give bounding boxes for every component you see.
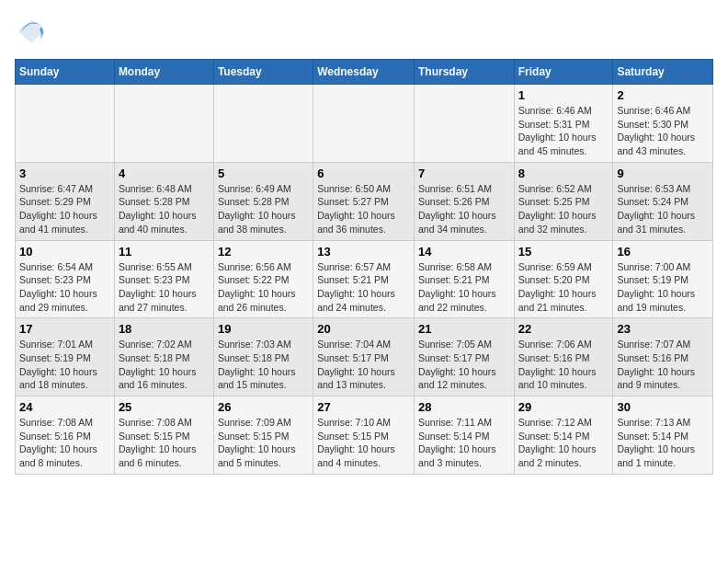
calendar-table: SundayMondayTuesdayWednesdayThursdayFrid… bbox=[15, 59, 713, 475]
calendar-cell bbox=[213, 85, 313, 163]
calendar-cell: 12Sunrise: 6:56 AM Sunset: 5:22 PM Dayli… bbox=[213, 240, 313, 318]
calendar-cell: 5Sunrise: 6:49 AM Sunset: 5:28 PM Daylig… bbox=[213, 162, 313, 240]
day-info: Sunrise: 7:01 AM Sunset: 5:19 PM Dayligh… bbox=[19, 338, 110, 392]
calendar-cell bbox=[114, 85, 213, 163]
day-number: 25 bbox=[119, 400, 210, 414]
calendar-cell bbox=[313, 85, 415, 163]
day-info: Sunrise: 7:08 AM Sunset: 5:16 PM Dayligh… bbox=[19, 416, 110, 470]
header-friday: Friday bbox=[514, 60, 613, 85]
calendar-cell: 30Sunrise: 7:13 AM Sunset: 5:14 PM Dayli… bbox=[613, 396, 713, 475]
day-info: Sunrise: 6:52 AM Sunset: 5:25 PM Dayligh… bbox=[518, 182, 609, 236]
day-info: Sunrise: 6:59 AM Sunset: 5:20 PM Dayligh… bbox=[518, 260, 609, 315]
day-number: 6 bbox=[317, 167, 410, 180]
day-info: Sunrise: 6:46 AM Sunset: 5:30 PM Dayligh… bbox=[617, 104, 709, 158]
day-info: Sunrise: 7:05 AM Sunset: 5:17 PM Dayligh… bbox=[418, 338, 510, 392]
day-number: 20 bbox=[317, 322, 410, 336]
calendar-cell: 28Sunrise: 7:11 AM Sunset: 5:14 PM Dayli… bbox=[414, 396, 514, 475]
day-number: 16 bbox=[617, 245, 709, 259]
calendar-cell: 19Sunrise: 7:03 AM Sunset: 5:18 PM Dayli… bbox=[213, 318, 313, 396]
day-number: 22 bbox=[518, 322, 609, 336]
calendar-cell: 8Sunrise: 6:52 AM Sunset: 5:25 PM Daylig… bbox=[514, 162, 613, 240]
header-thursday: Thursday bbox=[414, 60, 514, 85]
day-info: Sunrise: 7:13 AM Sunset: 5:14 PM Dayligh… bbox=[617, 416, 709, 470]
calendar-cell: 23Sunrise: 7:07 AM Sunset: 5:16 PM Dayli… bbox=[613, 318, 713, 396]
calendar-header-row: SundayMondayTuesdayWednesdayThursdayFrid… bbox=[16, 60, 713, 85]
day-number: 24 bbox=[19, 400, 110, 414]
calendar-cell: 3Sunrise: 6:47 AM Sunset: 5:29 PM Daylig… bbox=[16, 162, 115, 240]
day-info: Sunrise: 6:55 AM Sunset: 5:23 PM Dayligh… bbox=[119, 260, 210, 315]
day-number: 9 bbox=[617, 167, 709, 180]
day-info: Sunrise: 6:46 AM Sunset: 5:31 PM Dayligh… bbox=[518, 104, 609, 158]
day-number: 12 bbox=[218, 245, 309, 259]
day-info: Sunrise: 6:51 AM Sunset: 5:26 PM Dayligh… bbox=[418, 182, 510, 236]
calendar-cell: 13Sunrise: 6:57 AM Sunset: 5:21 PM Dayli… bbox=[313, 240, 415, 318]
day-info: Sunrise: 7:10 AM Sunset: 5:15 PM Dayligh… bbox=[317, 416, 410, 470]
calendar-week-row: 17Sunrise: 7:01 AM Sunset: 5:19 PM Dayli… bbox=[16, 318, 713, 396]
day-info: Sunrise: 7:12 AM Sunset: 5:14 PM Dayligh… bbox=[518, 416, 609, 470]
calendar-week-row: 24Sunrise: 7:08 AM Sunset: 5:16 PM Dayli… bbox=[16, 396, 713, 475]
calendar-cell: 11Sunrise: 6:55 AM Sunset: 5:23 PM Dayli… bbox=[114, 240, 213, 318]
calendar-week-row: 3Sunrise: 6:47 AM Sunset: 5:29 PM Daylig… bbox=[16, 162, 713, 240]
day-number: 10 bbox=[19, 245, 110, 259]
calendar-cell: 25Sunrise: 7:08 AM Sunset: 5:15 PM Dayli… bbox=[114, 396, 213, 475]
calendar-cell bbox=[414, 85, 514, 163]
calendar-week-row: 1Sunrise: 6:46 AM Sunset: 5:31 PM Daylig… bbox=[16, 85, 713, 163]
day-number: 2 bbox=[617, 88, 709, 102]
day-info: Sunrise: 7:06 AM Sunset: 5:16 PM Dayligh… bbox=[518, 338, 609, 392]
day-info: Sunrise: 6:48 AM Sunset: 5:28 PM Dayligh… bbox=[119, 182, 210, 236]
day-info: Sunrise: 6:47 AM Sunset: 5:29 PM Dayligh… bbox=[19, 182, 110, 236]
day-number: 23 bbox=[617, 322, 709, 336]
calendar-cell: 4Sunrise: 6:48 AM Sunset: 5:28 PM Daylig… bbox=[114, 162, 213, 240]
calendar-cell bbox=[16, 85, 115, 163]
logo-icon bbox=[15, 15, 48, 48]
day-info: Sunrise: 6:58 AM Sunset: 5:21 PM Dayligh… bbox=[418, 260, 510, 315]
day-number: 27 bbox=[317, 400, 410, 414]
day-number: 30 bbox=[617, 400, 709, 414]
calendar-cell: 7Sunrise: 6:51 AM Sunset: 5:26 PM Daylig… bbox=[414, 162, 514, 240]
day-number: 14 bbox=[418, 245, 510, 259]
calendar-cell: 18Sunrise: 7:02 AM Sunset: 5:18 PM Dayli… bbox=[114, 318, 213, 396]
day-number: 4 bbox=[119, 167, 210, 180]
logo bbox=[15, 15, 51, 48]
day-info: Sunrise: 7:04 AM Sunset: 5:17 PM Dayligh… bbox=[317, 338, 410, 392]
day-number: 13 bbox=[317, 245, 410, 259]
day-info: Sunrise: 6:49 AM Sunset: 5:28 PM Dayligh… bbox=[218, 182, 309, 236]
day-number: 11 bbox=[119, 245, 210, 259]
calendar-cell: 27Sunrise: 7:10 AM Sunset: 5:15 PM Dayli… bbox=[313, 396, 415, 475]
header-wednesday: Wednesday bbox=[313, 60, 415, 85]
calendar-cell: 22Sunrise: 7:06 AM Sunset: 5:16 PM Dayli… bbox=[514, 318, 613, 396]
calendar-cell: 16Sunrise: 7:00 AM Sunset: 5:19 PM Dayli… bbox=[613, 240, 713, 318]
header-monday: Monday bbox=[114, 60, 213, 85]
day-info: Sunrise: 6:50 AM Sunset: 5:27 PM Dayligh… bbox=[317, 182, 410, 236]
day-number: 28 bbox=[418, 400, 510, 414]
day-info: Sunrise: 6:54 AM Sunset: 5:23 PM Dayligh… bbox=[19, 260, 110, 315]
day-info: Sunrise: 7:08 AM Sunset: 5:15 PM Dayligh… bbox=[119, 416, 210, 470]
day-number: 3 bbox=[19, 167, 110, 180]
day-info: Sunrise: 7:03 AM Sunset: 5:18 PM Dayligh… bbox=[218, 338, 309, 392]
calendar-cell: 21Sunrise: 7:05 AM Sunset: 5:17 PM Dayli… bbox=[414, 318, 514, 396]
day-number: 18 bbox=[119, 322, 210, 336]
calendar-cell: 1Sunrise: 6:46 AM Sunset: 5:31 PM Daylig… bbox=[514, 85, 613, 163]
calendar-cell: 17Sunrise: 7:01 AM Sunset: 5:19 PM Dayli… bbox=[16, 318, 115, 396]
day-number: 7 bbox=[418, 167, 510, 180]
header-tuesday: Tuesday bbox=[213, 60, 313, 85]
calendar-cell: 14Sunrise: 6:58 AM Sunset: 5:21 PM Dayli… bbox=[414, 240, 514, 318]
day-info: Sunrise: 7:09 AM Sunset: 5:15 PM Dayligh… bbox=[218, 416, 309, 470]
calendar-cell: 15Sunrise: 6:59 AM Sunset: 5:20 PM Dayli… bbox=[514, 240, 613, 318]
header-sunday: Sunday bbox=[16, 60, 115, 85]
calendar-cell: 29Sunrise: 7:12 AM Sunset: 5:14 PM Dayli… bbox=[514, 396, 613, 475]
day-number: 15 bbox=[518, 245, 609, 259]
page-header bbox=[15, 15, 713, 48]
calendar-cell: 24Sunrise: 7:08 AM Sunset: 5:16 PM Dayli… bbox=[16, 396, 115, 475]
day-info: Sunrise: 7:11 AM Sunset: 5:14 PM Dayligh… bbox=[418, 416, 510, 470]
day-info: Sunrise: 6:53 AM Sunset: 5:24 PM Dayligh… bbox=[617, 182, 709, 236]
calendar-week-row: 10Sunrise: 6:54 AM Sunset: 5:23 PM Dayli… bbox=[16, 240, 713, 318]
calendar-cell: 20Sunrise: 7:04 AM Sunset: 5:17 PM Dayli… bbox=[313, 318, 415, 396]
header-saturday: Saturday bbox=[613, 60, 713, 85]
calendar-cell: 26Sunrise: 7:09 AM Sunset: 5:15 PM Dayli… bbox=[213, 396, 313, 475]
day-number: 1 bbox=[518, 88, 609, 102]
day-number: 8 bbox=[518, 167, 609, 180]
day-info: Sunrise: 6:57 AM Sunset: 5:21 PM Dayligh… bbox=[317, 260, 410, 315]
day-number: 5 bbox=[218, 167, 309, 180]
day-number: 19 bbox=[218, 322, 309, 336]
